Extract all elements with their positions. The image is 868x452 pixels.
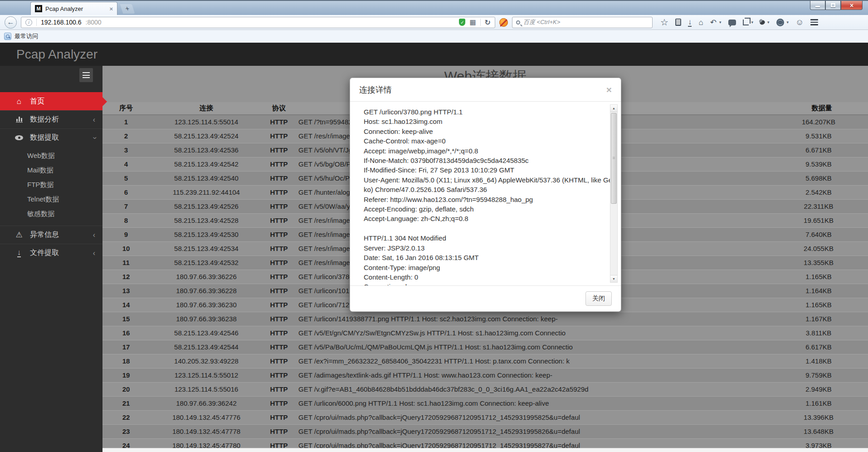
bookmark-star-icon[interactable]: ☆	[660, 18, 668, 27]
tab-close-icon[interactable]: ×	[109, 5, 113, 12]
sidebar-item-abnormal-info[interactable]: ⚠ 异常信息 ‹	[0, 226, 102, 244]
scrollbar-thumb[interactable]	[611, 113, 617, 204]
favicon: M	[35, 5, 42, 12]
toolbar-icons: ☆ ↓ ⌂ ↶ ▾ ▾ ▾ ▾ ☺	[660, 18, 818, 27]
cell-conn: 58.215.123.49:42540	[150, 171, 263, 185]
table-row[interactable]: 20123.125.114.5:55016HTTPGET /v.gif?e=AB…	[102, 382, 868, 396]
cell-conn: 58.215.123.49:42544	[150, 340, 263, 354]
restore-button[interactable]	[825, 1, 841, 10]
reload-icon[interactable]: ↻	[485, 18, 491, 27]
undo-icon[interactable]: ↶	[710, 19, 717, 26]
cell-no: 6	[102, 185, 150, 199]
modal-close-icon[interactable]: ×	[606, 85, 612, 94]
modal-close-button[interactable]: 关闭	[585, 291, 612, 306]
clipboard-icon[interactable]	[675, 19, 681, 26]
sidebar-subitem-telnet-data[interactable]: Telnet数据	[0, 192, 102, 206]
cell-conn: 123.125.114.5:55016	[150, 382, 263, 396]
download-icon: ↓	[14, 249, 24, 257]
modal-footer: 关闭	[350, 285, 621, 311]
table-row[interactable]: 23180.149.132.45:47778HTTPGET /cpro/ui/m…	[102, 424, 868, 438]
cell-no: 3	[102, 143, 150, 157]
sidebar-nav: ⌂ 首页 数据分析 ‹ 数据提取 ‹ Web数据	[0, 92, 102, 262]
proxy-globe-icon[interactable]	[776, 19, 784, 26]
sidebar-subitem-ftp-data[interactable]: FTP数据	[0, 177, 102, 192]
cell-size: 1.164KB	[775, 284, 868, 298]
search-placeholder: 百度 <Ctrl+K>	[523, 18, 560, 26]
cell-proto: HTTP	[263, 227, 295, 241]
cell-no: 10	[102, 241, 150, 255]
table-row[interactable]: 22180.149.132.45:47776HTTPGET /cpro/ui/m…	[102, 410, 868, 424]
shield-icon[interactable]: ✓	[459, 19, 465, 26]
scroll-up-icon[interactable]: ▲	[610, 105, 617, 112]
horizontal-scrollbar[interactable]	[102, 448, 868, 452]
downloads-icon[interactable]: ↓	[688, 18, 692, 27]
modal-scrollbar[interactable]: ▲ ▼	[610, 104, 618, 283]
smiley-addon-icon[interactable]: ☺	[795, 18, 804, 27]
cell-size: 2.949KB	[775, 382, 868, 396]
table-row[interactable]: 1758.215.123.49:42544HTTPGET /v5/Pa/Bo/U…	[102, 340, 868, 354]
cell-no: 8	[102, 213, 150, 227]
cell-proto: HTTP	[263, 298, 295, 312]
cell-conn: 58.215.123.49:42530	[150, 227, 263, 241]
info-icon[interactable]: i	[25, 19, 32, 26]
sidebar-subitem-sensitive-data[interactable]: 敏感数据	[0, 206, 102, 221]
window-controls: ×	[810, 1, 863, 10]
cell-no: 5	[102, 171, 150, 185]
cell-size: 9.531KB	[775, 129, 868, 143]
cell-size: 1.161KB	[775, 396, 868, 410]
browser-titlebar: M Pcap Analyzer × + ×	[0, 0, 868, 15]
app-title: Pcap Analyzer	[16, 47, 98, 62]
table-row[interactable]: 21180.97.66.39:36242HTTPGET /urlicon/600…	[102, 396, 868, 410]
screenshot-crop-icon[interactable]	[743, 20, 749, 25]
cell-conn: 58.215.123.49:42526	[150, 199, 263, 213]
sidebar-subitem-mail-data[interactable]: Mail数据	[0, 163, 102, 177]
sidebar-item-file-extraction[interactable]: ↓ 文件提取 ‹	[0, 244, 102, 262]
back-button[interactable]: ←	[5, 16, 17, 29]
cell-size: 2.542KB	[775, 185, 868, 199]
browser-tab[interactable]: M Pcap Analyzer ×	[30, 2, 117, 15]
sidebar-toggle-button[interactable]	[79, 68, 93, 82]
cell-no: 4	[102, 157, 150, 171]
table-row[interactable]: 15180.97.66.39:36238HTTPGET /urlicon/141…	[102, 312, 868, 326]
cell-conn: 180.97.66.39:36226	[150, 270, 263, 284]
new-tab-button[interactable]: +	[120, 4, 135, 14]
search-bar[interactable]: 百度 <Ctrl+K>	[512, 17, 653, 28]
flash-block-icon[interactable]	[499, 18, 508, 27]
home-icon[interactable]: ⌂	[698, 19, 703, 26]
header-protocol: 协议	[263, 102, 295, 115]
cell-no: 1	[102, 115, 150, 129]
table-row[interactable]: 1658.215.123.49:42546HTTPGET /v5/Et/gn/C…	[102, 326, 868, 340]
menu-icon[interactable]	[810, 19, 818, 25]
close-window-button[interactable]: ×	[841, 1, 863, 10]
cell-no: 12	[102, 270, 150, 284]
cell-conn: 58.215.123.49:42524	[150, 129, 263, 143]
sidebar-item-data-analysis[interactable]: 数据分析 ‹	[0, 110, 102, 128]
sidebar-item-label: 数据分析	[30, 115, 59, 124]
cell-req: GET /v5/Et/gn/CM/Yz/Sw/EtgnCMYzSw.js HTT…	[295, 326, 775, 340]
cell-proto: HTTP	[263, 241, 295, 255]
header-size: 数据量	[775, 102, 868, 115]
minimize-button[interactable]	[810, 1, 825, 10]
most-visited-bookmark[interactable]: 最常访问	[15, 32, 38, 40]
url-bar[interactable]: i 192.168.100.6:8000 ✓ ▦ ↻	[21, 17, 495, 28]
cell-size: 13.355KB	[775, 255, 868, 270]
fly-addon-icon[interactable]	[759, 19, 766, 26]
fly-dropdown-icon[interactable]: ▾	[767, 20, 770, 25]
cell-no: 16	[102, 326, 150, 340]
table-row[interactable]: 19123.125.114.5:55012HTTPGET /adimages/t…	[102, 368, 868, 382]
bookmarks-bar: 最常访问	[0, 30, 868, 43]
crop-dropdown-icon[interactable]: ▾	[751, 20, 754, 25]
chevron-down-icon: ‹	[93, 134, 95, 142]
qr-code-icon[interactable]: ▦	[469, 18, 476, 26]
sidebar-subitem-web-data[interactable]: Web数据	[0, 148, 102, 163]
cell-req: GET /ex?i=mm_26632322_6858406_35042231 H…	[295, 354, 775, 368]
scroll-down-icon[interactable]: ▼	[610, 275, 617, 282]
sidebar-item-data-extraction[interactable]: 数据提取 ‹	[0, 128, 102, 147]
globe-dropdown-icon[interactable]: ▾	[787, 20, 789, 25]
chat-bubble-icon[interactable]	[728, 20, 736, 25]
sidebar-item-home[interactable]: ⌂ 首页	[0, 92, 102, 110]
cell-no: 18	[102, 354, 150, 368]
table-row[interactable]: 18140.205.32.93:49228HTTPGET /ex?i=mm_26…	[102, 354, 868, 368]
cell-conn: 58.215.123.49:42546	[150, 326, 263, 340]
undo-dropdown-icon[interactable]: ▾	[719, 20, 722, 25]
